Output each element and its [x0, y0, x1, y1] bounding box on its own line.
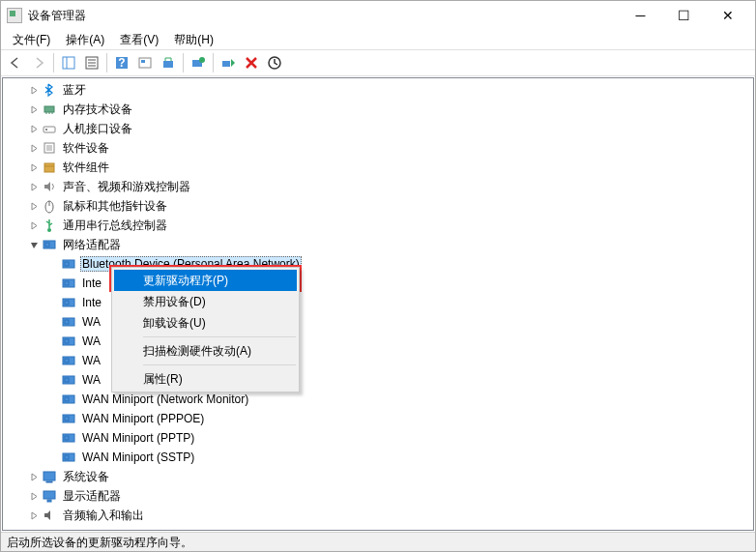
tree-category-network[interactable]: 网络适配器: [3, 235, 753, 254]
menu-file[interactable]: 文件(F): [5, 30, 58, 49]
network-adapter-icon: [61, 372, 76, 388]
usb-icon: [42, 218, 57, 233]
aio-icon: [42, 508, 57, 523]
scan-hardware-button[interactable]: [158, 52, 179, 73]
device-label: Inte: [80, 276, 103, 291]
category-label: 声音、视频和游戏控制器: [61, 178, 192, 196]
network-adapter-icon: [61, 256, 76, 272]
tree-category-software-devices[interactable]: 软件设备: [3, 138, 753, 158]
category-label: 显示适配器: [61, 487, 123, 506]
menu-view[interactable]: 查看(V): [112, 30, 166, 49]
bt-icon: [42, 82, 57, 98]
svg-rect-40: [65, 339, 69, 343]
svg-rect-48: [65, 417, 69, 421]
tree-category-audio-io[interactable]: 音频输入和输出: [3, 506, 753, 525]
tree-device-item[interactable]: WAN Miniport (PPPOE): [3, 409, 753, 428]
context-menu-update-driver[interactable]: 更新驱动程序(P): [114, 270, 297, 291]
show-hide-tree-button[interactable]: [58, 52, 79, 73]
svg-rect-30: [45, 243, 49, 247]
expand-icon[interactable]: [26, 508, 42, 523]
expand-icon[interactable]: [26, 102, 42, 117]
disp-icon: [42, 488, 57, 504]
svg-rect-23: [44, 163, 54, 172]
tree-category-audio-video-game[interactable]: 声音、视频和游戏控制器: [3, 177, 753, 196]
svg-rect-44: [65, 378, 69, 382]
help-button[interactable]: ?: [111, 52, 132, 73]
category-label: 音频输入和输出: [61, 507, 146, 525]
mem-icon: [42, 102, 57, 117]
category-label: 鼠标和其他指针设备: [61, 197, 169, 216]
svg-rect-22: [46, 145, 52, 151]
category-label: 系统设备: [61, 468, 111, 486]
unknown-button-1[interactable]: [134, 52, 156, 73]
window-title: 设备管理器: [28, 8, 619, 24]
expand-icon[interactable]: [26, 160, 42, 175]
expand-icon[interactable]: [26, 179, 42, 194]
expand-icon[interactable]: [26, 218, 42, 233]
enable-device-button[interactable]: [218, 52, 239, 73]
tree-device-item[interactable]: WAN Miniport (SSTP): [3, 448, 753, 467]
network-adapter-icon: [61, 430, 76, 446]
expand-icon[interactable]: [26, 469, 42, 484]
tree-category-hid[interactable]: 人机接口设备: [3, 119, 753, 138]
maximize-button[interactable]: ☐: [662, 2, 706, 29]
tree-category-display[interactable]: 显示适配器: [3, 486, 753, 506]
back-button[interactable]: [5, 52, 26, 73]
tree-category-memory[interactable]: 内存技术设备: [3, 100, 753, 119]
expand-icon[interactable]: [26, 82, 42, 98]
tree-device-item[interactable]: WAN Miniport (PPTP): [3, 428, 753, 448]
menu-action[interactable]: 操作(A): [58, 30, 112, 49]
svg-rect-46: [65, 397, 69, 401]
svg-rect-10: [163, 61, 173, 68]
context-menu-disable-device[interactable]: 禁用设备(D): [114, 291, 297, 312]
network-adapter-icon: [61, 314, 76, 330]
hid-icon: [42, 121, 57, 136]
net-icon: [42, 237, 57, 252]
svg-rect-54: [46, 481, 52, 482]
tree-category-software-components[interactable]: 软件组件: [3, 158, 753, 177]
collapse-icon[interactable]: [26, 237, 42, 252]
uninstall-device-button[interactable]: [241, 52, 262, 73]
expand-icon[interactable]: [26, 121, 42, 136]
context-menu-uninstall-device[interactable]: 卸载设备(U): [114, 312, 297, 334]
tree-category-bluetooth[interactable]: 蓝牙: [3, 80, 753, 100]
device-label: WA: [80, 314, 102, 330]
context-menu-scan-hardware[interactable]: 扫描检测硬件改动(A): [114, 340, 297, 362]
tree-category-system[interactable]: 系统设备: [3, 467, 753, 486]
mouse-icon: [42, 198, 57, 214]
sys-icon: [42, 469, 57, 484]
svg-rect-20: [45, 129, 47, 131]
category-label: 软件组件: [61, 159, 111, 177]
menu-help[interactable]: 帮助(H): [166, 30, 221, 49]
category-label: 通用串行总线控制器: [61, 217, 169, 235]
category-label: 网络适配器: [61, 236, 123, 254]
svg-point-12: [199, 57, 205, 63]
properties-button[interactable]: [81, 52, 102, 73]
disable-device-button[interactable]: [264, 52, 285, 73]
device-tree[interactable]: 蓝牙内存技术设备人机接口设备软件设备软件组件声音、视频和游戏控制器鼠标和其他指针…: [2, 77, 754, 531]
update-driver-button[interactable]: [188, 52, 209, 73]
menu-bar: 文件(F) 操作(A) 查看(V) 帮助(H): [1, 30, 755, 49]
svg-rect-52: [65, 455, 69, 459]
network-adapter-icon: [61, 392, 76, 407]
context-menu-separator: [143, 336, 296, 337]
svg-rect-36: [65, 301, 69, 305]
expand-icon[interactable]: [26, 198, 42, 214]
svg-rect-38: [65, 320, 69, 324]
minimize-button[interactable]: ─: [619, 2, 662, 29]
pkg-icon: [42, 160, 57, 175]
soft-icon: [42, 140, 57, 156]
svg-point-27: [47, 228, 51, 232]
forward-button[interactable]: [28, 52, 49, 73]
tree-device-item[interactable]: WAN Miniport (Network Monitor): [3, 390, 753, 409]
tree-category-mouse[interactable]: 鼠标和其他指针设备: [3, 196, 753, 216]
context-menu-properties[interactable]: 属性(R): [114, 368, 297, 390]
expand-icon[interactable]: [26, 140, 42, 156]
category-label: 蓝牙: [61, 81, 88, 100]
title-bar: 设备管理器 ─ ☐ ✕: [1, 1, 755, 30]
network-adapter-icon: [61, 276, 76, 291]
tree-category-usb[interactable]: 通用串行总线控制器: [3, 216, 753, 235]
expand-icon[interactable]: [26, 488, 42, 504]
close-button[interactable]: ✕: [706, 2, 749, 29]
svg-rect-13: [222, 61, 230, 67]
